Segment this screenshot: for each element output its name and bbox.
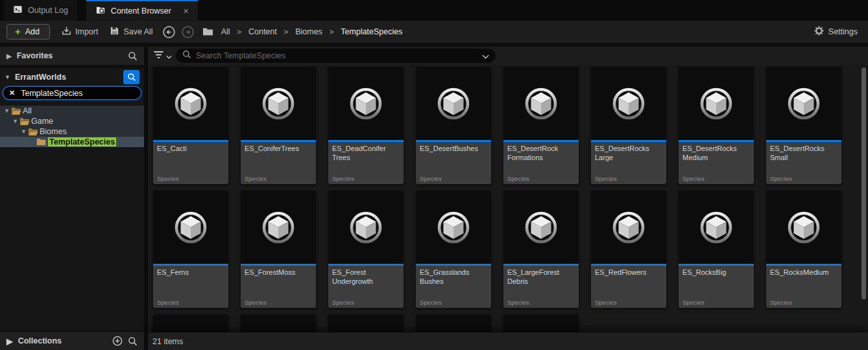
vertical-scrollbar-thumb[interactable] <box>862 67 866 299</box>
asset-tile[interactable]: ES_DeadConifer TreesSpecies <box>328 67 404 184</box>
breadcrumb-item[interactable]: Biomes <box>293 26 325 38</box>
asset-tile[interactable]: ES_DesertRock FormationsSpecies <box>503 67 579 184</box>
breadcrumb-item[interactable]: TemplateSpecies <box>338 26 405 38</box>
tab-label: Output Log <box>28 6 68 15</box>
tree-item-all[interactable]: ▼All <box>0 106 144 116</box>
asset-type: Species <box>245 299 312 306</box>
search-history-chevron-icon[interactable] <box>482 50 489 62</box>
asset-info: ES_DesertRocks MediumSpecies <box>679 142 754 184</box>
asset-tile[interactable]: ES_DesertRocks MediumSpecies <box>679 67 754 184</box>
sidebar: ▶ Favorites ▼ ErrantWorlds ✕ Templat <box>0 47 144 350</box>
asset-type: Species <box>682 299 750 306</box>
tree-item-label: Biomes <box>40 127 67 136</box>
search-icon <box>182 50 191 62</box>
path-filter-pill[interactable]: ✕ TemplateSpecies <box>3 86 141 100</box>
asset-cube-icon <box>328 191 404 264</box>
import-button[interactable]: Import <box>62 26 98 38</box>
asset-tile[interactable]: ES_RocksMediumSpecies <box>766 191 841 308</box>
asset-tile-partial[interactable] <box>241 314 316 332</box>
asset-type: Species <box>595 299 662 306</box>
back-button[interactable] <box>162 25 176 39</box>
expand-caret-icon[interactable]: ▼ <box>19 128 28 135</box>
tab-bar: Output Log Content Browser ✕ <box>0 0 868 21</box>
folder-icon <box>202 27 213 36</box>
asset-tile[interactable]: ES_ForestMossSpecies <box>241 191 316 308</box>
favorites-header[interactable]: ▶ Favorites <box>0 47 144 65</box>
settings-button[interactable]: Settings <box>814 26 858 38</box>
collections-header[interactable]: ▶ Collections <box>0 331 144 350</box>
asset-name: ES_DesertRock Formations <box>507 145 575 163</box>
asset-name: ES_RocksBig <box>682 268 750 277</box>
asset-tile[interactable]: ES_CactiSpecies <box>153 67 228 184</box>
forward-button[interactable] <box>181 25 195 39</box>
asset-tile-partial[interactable] <box>416 314 491 332</box>
asset-tile-partial[interactable] <box>153 314 228 332</box>
asset-tile[interactable]: ES_RocksBigSpecies <box>679 191 754 308</box>
asset-tile[interactable]: ES_Forest UndergrowthSpecies <box>328 191 404 308</box>
collections-label: Collections <box>18 336 62 345</box>
asset-tile-partial[interactable] <box>328 314 404 332</box>
asset-info: ES_FernsSpecies <box>153 266 228 308</box>
asset-name: ES_Grasslands Bushes <box>420 268 487 286</box>
chevron-down-icon: ▼ <box>5 74 10 80</box>
asset-tile-partial[interactable] <box>503 314 579 332</box>
asset-tile[interactable]: ES_DesertRocks SmallSpecies <box>766 67 841 184</box>
asset-info: ES_DeadConifer TreesSpecies <box>328 142 404 184</box>
tab-output-log[interactable]: Output Log <box>4 0 77 21</box>
asset-info: ES_DesertRocks LargeSpecies <box>591 142 666 184</box>
asset-name: ES_ForestMoss <box>245 268 312 277</box>
asset-info: ES_LargeForest DebrisSpecies <box>503 266 579 308</box>
asset-name: ES_DeadConifer Trees <box>332 145 400 163</box>
asset-type: Species <box>682 175 750 182</box>
collections-search-icon[interactable] <box>128 336 138 346</box>
asset-cube-icon <box>591 67 666 140</box>
expand-caret-icon[interactable]: ▼ <box>11 118 19 124</box>
asset-cube-icon <box>416 314 491 332</box>
add-label: Add <box>25 27 40 36</box>
breadcrumb-item[interactable]: Content <box>246 26 280 38</box>
asset-tile[interactable]: ES_DesertRocks LargeSpecies <box>591 67 666 184</box>
asset-type: Species <box>507 175 575 182</box>
asset-tile[interactable]: ES_RedFlowersSpecies <box>591 191 666 308</box>
close-tab-icon[interactable]: ✕ <box>183 7 189 16</box>
asset-search-input[interactable] <box>196 51 477 60</box>
filters-button[interactable] <box>154 50 172 62</box>
tree-item-templatespecies[interactable]: TemplateSpecies <box>0 137 144 147</box>
favorites-search-icon[interactable] <box>128 51 138 61</box>
tree-item-biomes[interactable]: ▼Biomes <box>0 126 144 137</box>
tab-label: Content Browser <box>111 6 171 16</box>
asset-tile[interactable]: ES_Grasslands BushesSpecies <box>416 191 491 308</box>
asset-tile[interactable]: ES_FernsSpecies <box>153 191 228 308</box>
asset-type: Species <box>770 299 838 306</box>
asset-cube-icon <box>416 191 491 264</box>
add-collection-icon[interactable] <box>112 336 123 346</box>
asset-cube-icon <box>503 67 579 140</box>
asset-name: ES_DesertRocks Small <box>770 145 838 163</box>
asset-info: ES_DesertRock FormationsSpecies <box>503 142 579 184</box>
status-bar: 21 items <box>148 332 868 350</box>
add-button[interactable]: + Add <box>6 24 50 40</box>
clear-filter-icon[interactable]: ✕ <box>9 89 15 97</box>
asset-tile[interactable]: ES_ConiferTreesSpecies <box>241 67 316 184</box>
breadcrumb-item[interactable]: All <box>219 26 233 38</box>
asset-tile[interactable]: ES_DesertBushesSpecies <box>416 67 491 184</box>
asset-cube-icon <box>679 67 754 140</box>
folder-icon <box>11 107 23 115</box>
path-search-button[interactable] <box>123 70 139 84</box>
asset-info: ES_ForestMossSpecies <box>241 266 316 308</box>
tab-content-browser[interactable]: Content Browser ✕ <box>86 0 198 21</box>
asset-info: ES_ConiferTreesSpecies <box>241 142 316 184</box>
asset-info: ES_Forest UndergrowthSpecies <box>328 266 404 308</box>
asset-name: ES_Ferns <box>157 268 224 277</box>
asset-cube-icon <box>766 191 841 264</box>
asset-tile[interactable]: ES_LargeForest DebrisSpecies <box>503 191 579 308</box>
asset-search-box[interactable] <box>176 49 496 63</box>
plus-icon: + <box>15 27 21 36</box>
chevron-right-icon: ▶ <box>6 336 13 346</box>
asset-info: ES_DesertRocks SmallSpecies <box>766 142 841 184</box>
save-all-button[interactable]: Save All <box>110 26 152 38</box>
expand-caret-icon[interactable]: ▼ <box>3 108 11 114</box>
tree-item-game[interactable]: ▼Game <box>0 116 144 126</box>
asset-name: ES_Forest Undergrowth <box>332 268 400 286</box>
errantworlds-header[interactable]: ▼ ErrantWorlds <box>0 68 144 86</box>
